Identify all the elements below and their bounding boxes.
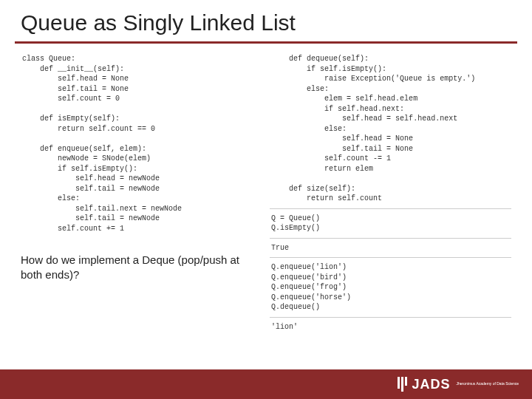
right-code-cell-2: Q = Queue() Q.isEmpty() <box>270 211 511 239</box>
divider <box>15 41 517 44</box>
logo-text: JADS <box>412 377 450 392</box>
question-text: How do we implement a Deque (pop/push at… <box>21 253 248 282</box>
logo: JADS Jheronimus Academy of Data Science <box>398 377 519 392</box>
slide-title: Queue as Singly Linked List <box>0 0 532 41</box>
right-column: def dequeue(self): if self.isEmpty(): ra… <box>270 51 511 333</box>
right-code-block-1: def dequeue(self): if self.isEmpty(): ra… <box>270 51 511 209</box>
right-output-2: True <box>270 240 511 259</box>
footer-bar: JADS Jheronimus Academy of Data Science <box>0 369 532 399</box>
left-code-block: class Queue: def __init__(self): self.he… <box>21 51 248 235</box>
content-area: class Queue: def __init__(self): self.he… <box>0 51 532 333</box>
logo-subtext: Jheronimus Academy of Data Science <box>457 382 519 386</box>
logo-icon <box>398 377 407 392</box>
left-column: class Queue: def __init__(self): self.he… <box>21 51 248 333</box>
right-code-cell-3: Q.enqueue('lion') Q.enqueue('bird') Q.en… <box>270 259 511 318</box>
right-output-3: 'lion' <box>270 319 511 334</box>
